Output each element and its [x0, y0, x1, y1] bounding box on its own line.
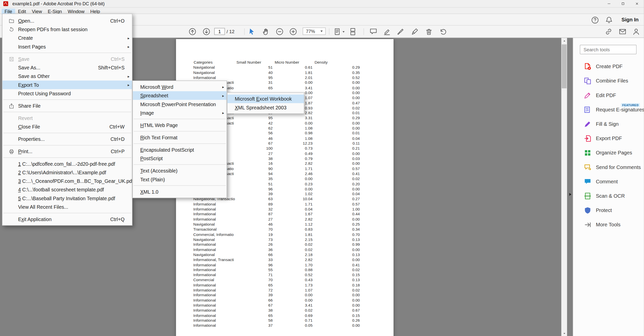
undo-button[interactable] — [439, 27, 447, 36]
close-button[interactable] — [630, 0, 644, 7]
minimize-button[interactable] — [602, 0, 616, 7]
search-tools-input[interactable] — [580, 45, 636, 54]
table-row: Informational651.730.18 — [176, 283, 393, 288]
menu-item-shortcut: Ctrl+O — [99, 18, 125, 24]
table-cell: 55 — [232, 267, 273, 272]
file-menu-item-recent-file-2[interactable]: 2 C:\Users\Administrator\...\Example.pdf — [3, 168, 132, 177]
scrollbar-thumb[interactable] — [562, 44, 567, 88]
sign-tool-button[interactable] — [397, 27, 405, 36]
table-cell: 2.82 — [271, 217, 312, 222]
export-submenu-item-microsoft-word[interactable]: Microsoft Word▸ — [133, 82, 227, 91]
table-cell: 1.71 — [271, 166, 312, 171]
file-menu-item-share-file[interactable]: Share File — [3, 102, 132, 110]
file-menu-item-save-as[interactable]: Save As...Shift+Ctrl+S — [3, 63, 132, 72]
export-submenu-item-rich-text-format[interactable]: Rich Text Format — [133, 133, 227, 142]
spreadsheet-submenu-item-xml-spreadsheet-2003[interactable]: XML Spreadsheet 2003 — [228, 103, 304, 112]
tool-item-edit-pdf[interactable]: Edit PDF — [573, 88, 644, 102]
table-cell: 0.01 — [319, 131, 360, 136]
tool-item-scan-ocr[interactable]: Scan & OCR — [573, 189, 644, 203]
table-cell: Transactional — [193, 227, 217, 232]
table-cell: 32 — [232, 207, 273, 212]
file-menu-item-save[interactable]: SaveCtrl+S — [3, 55, 132, 63]
tool-item-more-tools[interactable]: More Tools — [573, 217, 644, 232]
file-menu-item-view-all-recent-files[interactable]: View All Recent Files... — [3, 203, 132, 211]
collapse-tools-panel-button[interactable] — [568, 191, 573, 198]
scroll-up-button[interactable] — [561, 38, 567, 44]
select-tool-button[interactable] — [248, 27, 256, 36]
hand-tool-button[interactable] — [262, 27, 270, 36]
table-cell: Informational — [193, 242, 216, 247]
file-menu-item-close-file[interactable]: Close FileCtrl+W — [3, 122, 132, 131]
file-menu-item-insert-pages[interactable]: Insert Pages▸ — [3, 42, 132, 51]
page-display-button[interactable] — [333, 27, 342, 36]
tool-item-comment[interactable]: Comment — [573, 174, 644, 189]
zoom-out-button[interactable] — [276, 27, 284, 36]
table-row: Navigational732.150.13 — [176, 237, 393, 242]
menu-item-label: Microsoft Word — [140, 84, 173, 90]
export-submenu-item-html-web-page[interactable]: HTML Web Page — [133, 121, 227, 129]
tool-item-create-pdf[interactable]: Create PDF — [573, 59, 644, 73]
file-menu-item-recent-file-4[interactable]: 4 C:\...\football scoresheet template.pd… — [3, 185, 132, 194]
share-link-button[interactable] — [604, 27, 613, 36]
menu-item-label: 3 C:...\_OceanofPDF.com_B...BC_Top_Gear_… — [18, 178, 133, 184]
menu-item-label: Text (Plain) — [140, 177, 165, 182]
highlight-tool-button[interactable] — [383, 27, 391, 36]
menu-item-shortcut: Ctrl+W — [98, 124, 125, 130]
export-submenu-item-xml-1-0[interactable]: XML 1.0 — [133, 187, 227, 196]
next-page-button[interactable] — [202, 27, 211, 36]
scroll-down-button[interactable] — [561, 330, 567, 336]
export-submenu-item-image[interactable]: Image▸ — [133, 108, 227, 117]
zoom-level-dropdown[interactable]: 77% — [303, 27, 326, 35]
notifications-button[interactable] — [605, 16, 613, 24]
table-cell: 1.02 — [271, 192, 312, 197]
file-menu-item-recent-file-5[interactable]: 5 C:...\Baseball Party Invitation Templa… — [3, 194, 132, 202]
sign-in-button[interactable]: Sign In — [622, 14, 639, 26]
table-cell: Commercial, Informatio — [193, 232, 234, 237]
tool-item-protect[interactable]: Protect — [573, 203, 644, 217]
file-menu-item-print[interactable]: Print...Ctrl+P — [3, 147, 132, 156]
export-submenu-item-text-plain[interactable]: Text (Plain) — [133, 175, 227, 184]
tool-item-fill-sign[interactable]: Fill & Sign — [573, 117, 644, 131]
tool-item-export-pdf[interactable]: Export PDF — [573, 131, 644, 145]
previous-page-button[interactable] — [188, 27, 197, 36]
profile-button[interactable] — [632, 27, 640, 36]
comment-tool-button[interactable] — [369, 27, 377, 36]
tool-item-request-e-signatures[interactable]: Request E-signaturesFEATURED — [573, 102, 644, 117]
file-menu-item-revert[interactable]: Revert — [3, 114, 132, 122]
help-button[interactable] — [591, 16, 599, 24]
tool-item-organize-pages[interactable]: Organize Pages — [573, 145, 644, 160]
table-cell: 0.13 — [319, 278, 360, 283]
file-menu-item-reopen-pdfs-from-last-session[interactable]: Reopen PDFs from last session — [3, 25, 132, 34]
tool-item-send-for-comments[interactable]: Send for Comments — [573, 160, 644, 174]
file-menu-item-recent-file-1[interactable]: 1 C:...\pdfcoffee.com_fal...-2d20-pdf-fr… — [3, 159, 132, 168]
document-scrollbar[interactable] — [561, 38, 567, 336]
export-submenu-item-spreadsheet[interactable]: Spreadsheet▸ — [133, 91, 227, 100]
email-button[interactable] — [619, 27, 627, 36]
export-submenu-item-microsoft-powerpoint-presentation[interactable]: Microsoft PowerPoint Presentation — [133, 100, 227, 108]
file-menu-item-create[interactable]: Create▸ — [3, 34, 132, 42]
file-menu-item-open[interactable]: Open...Ctrl+O — [3, 16, 132, 25]
delete-tool-button[interactable] — [425, 27, 433, 36]
zoom-in-button[interactable] — [289, 27, 297, 36]
file-menu-item-recent-file-3[interactable]: 3 C:...\_OceanofPDF.com_B...BC_Top_Gear_… — [3, 177, 132, 185]
spreadsheet-submenu-item-microsoft-excel-workbook[interactable]: Microsoft Excel Workbook — [228, 95, 304, 103]
fill-sign-tool-button[interactable] — [411, 27, 419, 36]
scrolling-view-button[interactable] — [349, 27, 357, 36]
file-menu-item-export-to[interactable]: Export To▸ — [3, 80, 132, 89]
tool-label: More Tools — [596, 222, 621, 228]
file-menu-item-protect-using-password[interactable]: Protect Using Password — [3, 89, 132, 98]
file-menu-item-save-as-other[interactable]: Save as Other▸ — [3, 72, 132, 80]
caret-down-icon[interactable] — [342, 30, 346, 34]
menu-item-label: Rich Text Format — [140, 135, 177, 140]
export-submenu-item-postscript[interactable]: PostScript — [133, 154, 227, 163]
table-cell: 0.01 — [319, 111, 360, 116]
page-number-input[interactable] — [214, 28, 225, 35]
file-menu-item-properties[interactable]: Properties...Ctrl+D — [3, 135, 132, 143]
file-menu-item-exit-application[interactable]: Exit ApplicationCtrl+Q — [3, 215, 132, 224]
table-cell: 39 — [232, 192, 273, 197]
menu-item-shortcut: Ctrl+D — [99, 136, 125, 142]
tool-item-combine-files[interactable]: Combine Files — [573, 73, 644, 88]
maximize-button[interactable] — [616, 0, 630, 7]
export-submenu-item-encapsulated-postscript[interactable]: Encapsulated PostScript — [133, 145, 227, 154]
export-submenu-item-text-accessible[interactable]: Text (Accessible) — [133, 166, 227, 175]
